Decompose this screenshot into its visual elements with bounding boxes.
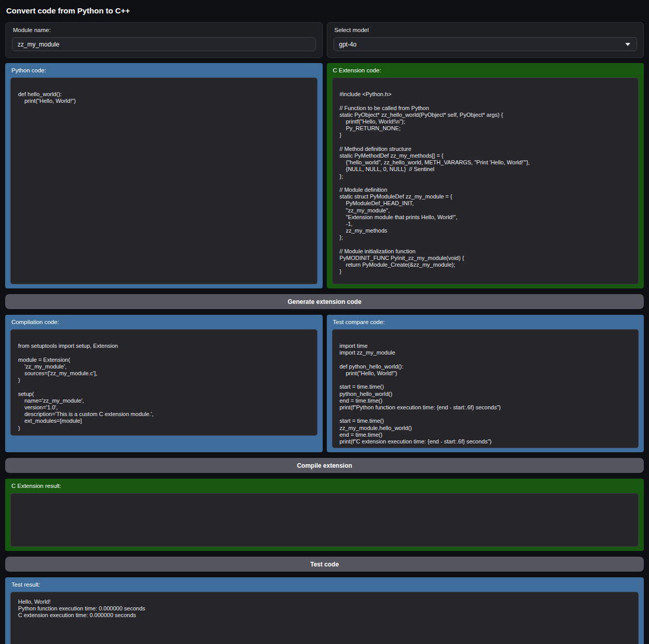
code-row: Python code: def hello_world(): print("H…: [5, 63, 644, 288]
model-select-label: Select model: [335, 27, 638, 33]
model-select-value: gpt-4o: [339, 41, 357, 48]
module-name-input[interactable]: [12, 37, 316, 51]
python-code-textarea[interactable]: def hello_world(): print("Hello, World!"…: [10, 78, 318, 284]
compilation-code-panel: Compilation code: from setuptools import…: [5, 315, 323, 452]
test-result-label: Test result:: [11, 581, 639, 588]
test-compare-code-panel: Test compare code: import time import zz…: [327, 315, 644, 452]
test-code-button[interactable]: Test code: [5, 557, 644, 572]
model-select-dropdown[interactable]: gpt-4o: [334, 37, 638, 51]
c-extension-code-panel: C Extension code: #include <Python.h> //…: [327, 63, 644, 288]
test-compare-code-label: Test compare code:: [333, 319, 639, 325]
test-result-panel: Test result: Hello, World! Python functi…: [5, 577, 644, 644]
test-compare-code-textarea[interactable]: import time import zz_my_module def pyth…: [332, 329, 639, 448]
model-select-panel: Select model gpt-4o: [327, 22, 644, 58]
c-extension-result-panel: C Extension result:: [5, 479, 644, 551]
compilation-code-label: Compilation code:: [11, 319, 318, 325]
top-inputs-row: Module name: Select model gpt-4o: [5, 22, 644, 58]
module-name-label: Module name:: [13, 27, 316, 33]
test-result-textarea[interactable]: Hello, World! Python function execution …: [10, 592, 639, 644]
module-name-panel: Module name:: [5, 22, 323, 58]
c-extension-result-textarea[interactable]: [10, 493, 639, 547]
generate-extension-code-button[interactable]: Generate extension code: [5, 294, 644, 309]
compile-extension-button[interactable]: Compile extension: [5, 458, 644, 473]
python-code-panel: Python code: def hello_world(): print("H…: [5, 63, 323, 288]
compile-test-row: Compilation code: from setuptools import…: [5, 315, 644, 452]
c-extension-result-label: C Extension result:: [11, 483, 639, 489]
c-extension-code-textarea[interactable]: #include <Python.h> // Function to be ca…: [332, 78, 639, 284]
c-extension-code-label: C Extension code:: [333, 67, 639, 73]
page-title: Convert code from Python to C++: [6, 6, 644, 15]
chevron-down-icon: [625, 43, 630, 46]
compilation-code-textarea[interactable]: from setuptools import setup, Extension …: [10, 329, 318, 436]
python-code-label: Python code:: [11, 67, 318, 73]
